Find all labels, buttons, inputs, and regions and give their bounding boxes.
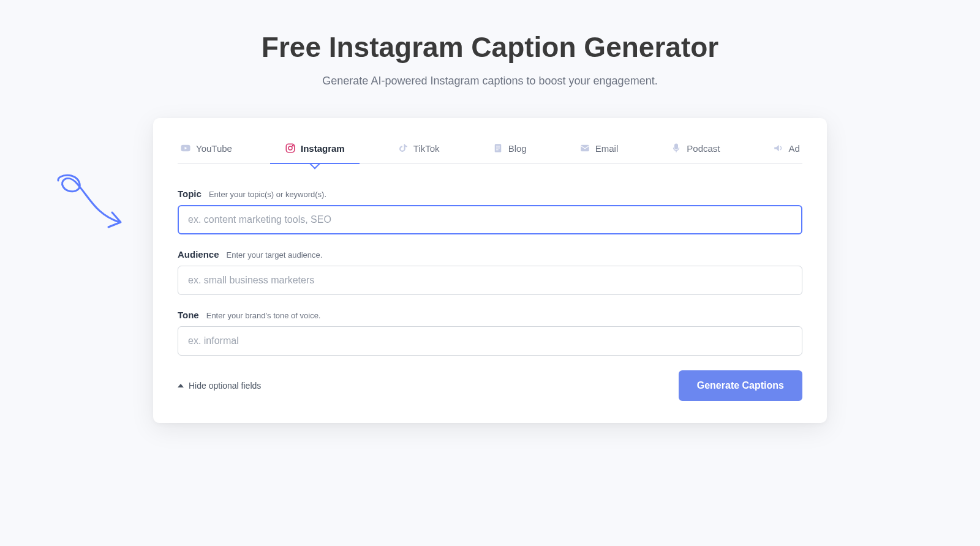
tab-label: Podcast: [687, 143, 720, 154]
tab-tiktok[interactable]: TikTok: [395, 135, 442, 163]
svg-rect-8: [581, 145, 589, 152]
tab-blog[interactable]: Blog: [490, 135, 529, 163]
tiktok-icon: [398, 143, 409, 154]
topic-label: Topic: [178, 189, 202, 199]
toggle-optional-fields[interactable]: Hide optional fields: [178, 381, 261, 391]
email-icon: [579, 143, 590, 154]
tab-instagram[interactable]: Instagram: [282, 135, 347, 163]
tone-field-group: Tone Enter your brand's tone of voice.: [178, 310, 802, 356]
tab-podcast[interactable]: Podcast: [668, 135, 722, 163]
topic-field-group: Topic Enter your topic(s) or keyword(s).: [178, 189, 802, 234]
tab-label: Email: [595, 143, 619, 154]
topic-hint: Enter your topic(s) or keyword(s).: [209, 190, 326, 199]
chevron-up-icon: [178, 384, 184, 387]
svg-rect-5: [496, 146, 500, 146]
svg-point-3: [292, 145, 293, 146]
page-subtitle: Generate AI-powered Instagram captions t…: [153, 75, 827, 88]
toggle-label: Hide optional fields: [189, 381, 261, 391]
blog-icon: [492, 143, 503, 154]
svg-rect-6: [496, 148, 500, 148]
page-title: Free Instagram Caption Generator: [153, 31, 827, 64]
tab-label: TikTok: [413, 143, 440, 154]
tab-label: YouTube: [196, 143, 232, 154]
tabs: YouTube Instagram TikTok Blog: [178, 135, 802, 164]
ad-icon: [773, 143, 784, 154]
podcast-icon: [671, 143, 682, 154]
topic-input[interactable]: [178, 205, 802, 234]
tab-email[interactable]: Email: [577, 135, 621, 163]
svg-rect-9: [675, 144, 678, 149]
audience-input[interactable]: [178, 266, 802, 295]
svg-rect-7: [496, 149, 499, 150]
generator-card: YouTube Instagram TikTok Blog: [153, 118, 827, 423]
audience-label: Audience: [178, 249, 219, 260]
tone-label: Tone: [178, 310, 199, 320]
decorative-arrow: [46, 168, 132, 242]
tab-label: Ad: [789, 143, 800, 154]
tab-label: Blog: [508, 143, 527, 154]
audience-hint: Enter your target audience.: [227, 250, 323, 260]
svg-point-2: [288, 146, 292, 150]
youtube-icon: [180, 143, 191, 154]
tab-label: Instagram: [301, 143, 345, 154]
audience-field-group: Audience Enter your target audience.: [178, 249, 802, 295]
generate-button[interactable]: Generate Captions: [679, 370, 802, 401]
tab-ad[interactable]: Ad: [771, 135, 802, 163]
tab-youtube[interactable]: YouTube: [178, 135, 235, 163]
tone-hint: Enter your brand's tone of voice.: [206, 311, 321, 320]
tone-input[interactable]: [178, 326, 802, 356]
instagram-icon: [285, 143, 296, 154]
